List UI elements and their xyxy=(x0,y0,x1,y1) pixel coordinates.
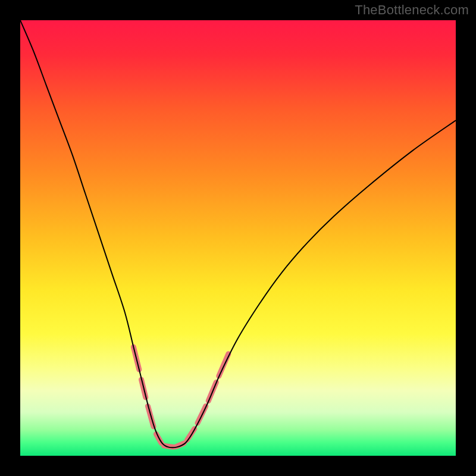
gradient-background xyxy=(20,20,456,456)
chart-svg xyxy=(20,20,456,456)
watermark-text: TheBottleneck.com xyxy=(355,2,469,18)
plot-area xyxy=(20,20,456,456)
chart-container: TheBottleneck.com xyxy=(0,0,476,476)
